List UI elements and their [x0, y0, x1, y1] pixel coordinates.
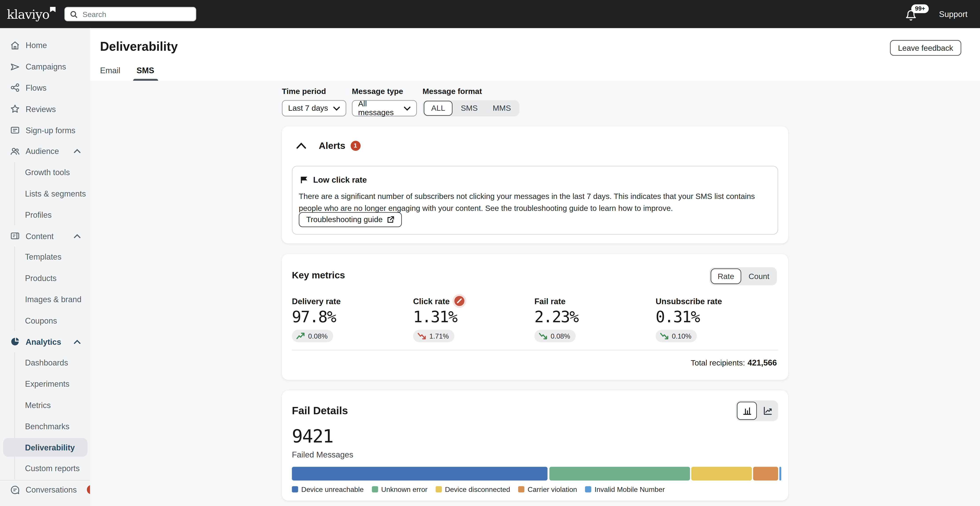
total-recipients-value: 421,566: [748, 358, 777, 367]
bar-segment-device-unreachable[interactable]: [292, 467, 548, 480]
klaviyo-flag-icon: [50, 6, 56, 12]
chevron-up-icon: [74, 234, 81, 238]
sidebar-item-products[interactable]: Products: [15, 268, 90, 289]
alerts-title: Alerts: [319, 140, 345, 151]
troubleshooting-guide-button[interactable]: Troubleshooting guide: [299, 212, 402, 227]
sidebar-item-label: Conversations: [25, 485, 77, 495]
alert-title: Low click rate: [313, 175, 367, 185]
metric-value: 0.31%: [656, 308, 777, 326]
sidebar-item-label: Content: [25, 231, 54, 241]
legend-swatch: [436, 486, 442, 492]
metric-unsubscribe-rate: Unsubscribe rate 0.31% 0.10%: [656, 295, 777, 342]
sidebar-item-label: Reviews: [25, 104, 56, 114]
legend-item: Invalid Mobile Number: [585, 485, 665, 493]
chevron-up-icon: [74, 340, 81, 344]
chevron-up-icon: [74, 149, 81, 153]
metric-value: 1.31%: [413, 308, 534, 326]
sidebar-item-label: Campaigns: [25, 62, 66, 72]
metric-trend-pill: 0.08%: [292, 330, 333, 342]
sidebar-divider: [0, 480, 90, 480]
tab-email[interactable]: Email: [100, 66, 120, 81]
star-icon: [10, 104, 20, 114]
key-metrics-title: Key metrics: [292, 270, 345, 280]
sidebar-item-profiles[interactable]: Profiles: [15, 204, 90, 225]
notifications-button[interactable]: 99+: [905, 6, 924, 24]
support-link[interactable]: Support: [939, 0, 967, 28]
toggle-rate[interactable]: Rate: [711, 268, 741, 284]
message-type-filter: Message type All messages: [352, 87, 417, 116]
global-search[interactable]: [64, 7, 196, 21]
sidebar-item-images-brand[interactable]: Images & brand: [15, 289, 90, 310]
chat-bubble-icon: [10, 485, 20, 495]
metric-trend-pill: 0.10%: [656, 330, 697, 342]
metric-fail-rate: Fail rate 2.23% 0.08%: [534, 295, 655, 342]
total-recipients: Total recipients:421,566: [691, 358, 777, 367]
tab-sms[interactable]: SMS: [137, 66, 154, 81]
content-icon: [10, 231, 20, 241]
message-format-filter: Message format ALL SMS MMS: [423, 87, 519, 116]
flows-icon: [10, 83, 20, 93]
metric-value: 2.23%: [534, 308, 655, 326]
time-period-select[interactable]: Last 7 days: [282, 100, 346, 117]
sidebar-item-flows[interactable]: Flows: [0, 77, 90, 99]
trend-up-icon: [296, 332, 305, 340]
rate-count-toggle: Rate Count: [710, 267, 777, 285]
trend-down-icon: [539, 332, 547, 340]
legend-item: Unknown error: [372, 485, 428, 493]
toggle-count[interactable]: Count: [742, 269, 776, 283]
message-format-segmented: ALL SMS MMS: [423, 100, 519, 117]
sidebar-item-experiments[interactable]: Experiments: [15, 374, 90, 394]
metric-trend-pill: 1.71%: [413, 330, 455, 342]
sidebar-item-templates[interactable]: Templates: [15, 247, 90, 268]
sidebar-item-growth-tools[interactable]: Growth tools: [15, 162, 90, 183]
fail-stacked-bar: [292, 467, 778, 480]
metrics-divider: [292, 350, 778, 351]
metric-trend-pill: 0.08%: [534, 330, 576, 342]
external-link-icon: [387, 216, 395, 223]
leave-feedback-button[interactable]: Leave feedback: [890, 40, 961, 56]
message-type-select[interactable]: All messages: [352, 100, 417, 117]
alerts-count-badge: 1: [350, 140, 360, 150]
sidebar-item-label: Home: [25, 41, 47, 50]
sidebar-item-coupons[interactable]: Coupons: [15, 310, 90, 331]
sidebar-item-dashboards[interactable]: Dashboards: [15, 352, 90, 374]
app-window: klaviyo 99+ Support Home: [0, 0, 980, 506]
sidebar-item-deliverability[interactable]: Deliverability: [3, 438, 88, 457]
bar-segment-invalid-mobile-number[interactable]: [780, 467, 781, 480]
sidebar-item-signup-forms[interactable]: Sign-up forms: [0, 120, 90, 141]
metrics-row: Delivery rate 97.8% 0.08% Click rate 1.3…: [292, 295, 778, 342]
collapse-chevron-icon[interactable]: [296, 142, 306, 148]
sidebar-item-reviews[interactable]: Reviews: [0, 98, 90, 120]
format-option-sms[interactable]: SMS: [454, 101, 485, 115]
sidebar-item-content[interactable]: Content: [0, 225, 90, 247]
send-icon: [10, 62, 20, 72]
sidebar-item-metrics[interactable]: Metrics: [15, 394, 90, 416]
sidebar-item-benchmarks[interactable]: Benchmarks: [15, 416, 90, 437]
message-type-label: Message type: [352, 87, 417, 96]
search-input[interactable]: [81, 9, 191, 19]
metric-delivery-rate: Delivery rate 97.8% 0.08%: [292, 295, 413, 342]
sidebar-item-home[interactable]: Home: [0, 35, 90, 56]
klaviyo-logo[interactable]: klaviyo: [7, 8, 49, 20]
sidebar-item-conversations[interactable]: Conversations 99+: [0, 479, 90, 500]
home-icon: [10, 41, 20, 51]
sidebar-item-analytics[interactable]: Analytics: [0, 331, 90, 352]
alert-item: Low click rate There are a significant n…: [292, 166, 778, 235]
bar-segment-carrier-violation[interactable]: [753, 467, 778, 480]
channel-tabs: Email SMS: [100, 66, 154, 81]
sidebar-item-audience[interactable]: Audience: [0, 141, 90, 162]
bar-chart-toggle[interactable]: [737, 402, 757, 420]
format-option-mms[interactable]: MMS: [486, 101, 518, 115]
sidebar-item-campaigns[interactable]: Campaigns: [0, 56, 90, 77]
line-chart-icon: [763, 406, 772, 415]
bar-segment-device-disconnected[interactable]: [691, 467, 752, 480]
legend-item: Device unreachable: [292, 485, 364, 493]
format-option-all[interactable]: ALL: [424, 101, 453, 116]
line-chart-toggle[interactable]: [758, 402, 777, 419]
bar-segment-unknown-error[interactable]: [549, 467, 690, 480]
top-bar: klaviyo 99+ Support: [0, 0, 980, 28]
sidebar-item-custom-reports[interactable]: Custom reports: [15, 458, 90, 479]
sidebar-item-lists-segments[interactable]: Lists & segments: [15, 183, 90, 204]
audience-subgroup: Growth tools Lists & segments Profiles: [14, 162, 90, 225]
legend-swatch: [518, 486, 524, 492]
